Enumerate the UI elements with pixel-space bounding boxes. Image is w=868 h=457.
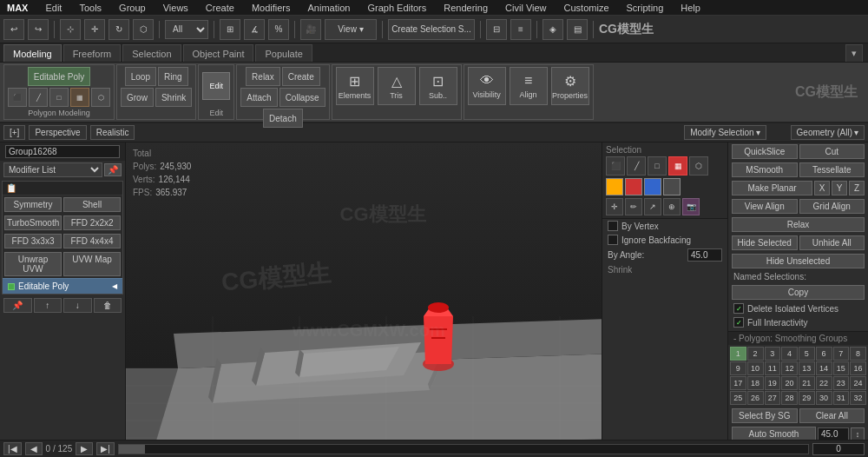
sg-17[interactable]: 17 [730, 376, 746, 390]
elements-btn[interactable]: ⊞Elements [336, 67, 374, 105]
make-planar-btn[interactable]: Make Planar [732, 181, 812, 195]
detach-btn[interactable]: Detach [263, 109, 303, 128]
attach-btn[interactable]: Attach [240, 88, 277, 107]
hide-selected-btn[interactable]: Hide Selected [732, 235, 798, 250]
select-button[interactable]: ⊹ [60, 19, 81, 40]
border-select-btn[interactable]: □ [648, 156, 667, 176]
x-btn[interactable]: X [814, 181, 830, 195]
sg-6[interactable]: 6 [816, 347, 832, 361]
sub-btn[interactable]: ⊡Sub.. [419, 67, 457, 105]
tab-freeform[interactable]: Freeform [63, 44, 122, 62]
menu-item-rendering[interactable]: Rendering [440, 3, 491, 13]
shell-btn[interactable]: Shell [63, 197, 121, 212]
cut-btn[interactable]: Cut [799, 144, 865, 159]
ffd2-btn[interactable]: FFD 2x2x2 [63, 215, 121, 230]
relax-right-btn[interactable]: Relax [732, 217, 865, 232]
sg-4[interactable]: 4 [781, 347, 798, 361]
auto-smooth-btn[interactable]: Auto Smooth [732, 427, 816, 440]
sg-15[interactable]: 15 [833, 361, 850, 375]
sg-31[interactable]: 31 [833, 391, 850, 405]
material-button[interactable]: ◈ [542, 19, 563, 40]
select-by-sg-btn[interactable]: Select By SG [732, 408, 798, 423]
stack-pin-btn[interactable]: 📌 [3, 298, 32, 313]
sg-27[interactable]: 27 [765, 391, 781, 405]
ignore-backfacing-checkbox[interactable] [608, 235, 618, 245]
sg-12[interactable]: 12 [781, 361, 798, 375]
tessellate-btn[interactable]: Tessellate [799, 162, 865, 177]
layer-button[interactable]: ▤ [567, 19, 588, 40]
hide-unselected-btn[interactable]: Hide Unselected [732, 254, 865, 268]
play-prev-btn[interactable]: |◀ [3, 442, 22, 455]
sg-24[interactable]: 24 [850, 376, 866, 390]
menu-item-scripting[interactable]: Scripting [623, 3, 667, 13]
sg-19[interactable]: 19 [765, 376, 781, 390]
grow-btn[interactable]: Grow [121, 88, 154, 107]
create-btn[interactable]: Create [282, 67, 320, 86]
copy-btn[interactable]: Copy [732, 285, 865, 300]
menu-item-tools[interactable]: Tools [76, 3, 105, 13]
shrink-btn[interactable]: Shrink [155, 88, 192, 107]
menu-item-create[interactable]: Create [202, 3, 238, 13]
quickslice-btn[interactable]: QuickSlice [732, 144, 798, 159]
sg-9[interactable]: 9 [730, 361, 746, 375]
sg-8[interactable]: 8 [850, 347, 866, 361]
move-button[interactable]: ✛ [84, 19, 105, 40]
y-btn[interactable]: Y [832, 181, 847, 195]
delete-isolated-checkbox[interactable]: ✓ [733, 303, 744, 314]
sg-11[interactable]: 11 [765, 361, 781, 375]
sg-30[interactable]: 30 [816, 391, 832, 405]
color-swatch-gray[interactable] [663, 178, 681, 195]
align-btn[interactable]: ≡Align [510, 67, 548, 105]
subobject-prefix[interactable]: [+] [3, 125, 25, 140]
symmetry-btn[interactable]: Symmetry [4, 197, 62, 212]
sg-26[interactable]: 26 [747, 391, 764, 405]
menu-item-group[interactable]: Group [115, 3, 149, 13]
sg-23[interactable]: 23 [833, 376, 850, 390]
tab-modeling[interactable]: Modeling [3, 44, 62, 62]
color-swatch-red[interactable] [625, 178, 642, 195]
by-vertex-checkbox[interactable] [608, 221, 618, 231]
camera-button[interactable]: 🎥 [300, 19, 321, 40]
modifier-list-pin-btn[interactable]: 📌 [104, 163, 122, 176]
viewport-perspective-label[interactable]: Perspective [29, 125, 86, 140]
ffd4-btn[interactable]: FFD 4x4x4 [63, 234, 121, 248]
move-tool-btn[interactable]: ✛ [606, 198, 623, 215]
align-button[interactable]: ≡ [510, 19, 531, 40]
view-dropdown[interactable]: View ▾ [325, 19, 377, 40]
angle-snap-button[interactable]: ∡ [244, 19, 265, 40]
snap-button[interactable]: ⊞ [220, 19, 240, 40]
snap-tool-btn[interactable]: ⊕ [663, 198, 681, 215]
polygon-icon[interactable]: ▦ [70, 88, 89, 107]
sg-16[interactable]: 16 [850, 361, 866, 375]
visibility-btn[interactable]: 👁Visibility [468, 67, 506, 105]
sg-7[interactable]: 7 [833, 347, 850, 361]
sg-2[interactable]: 2 [747, 347, 764, 361]
create-selection-button[interactable]: Create Selection S... [388, 19, 475, 40]
edit-big-btn[interactable]: Edit [202, 72, 230, 100]
polygon-select-btn[interactable]: ▦ [668, 156, 687, 176]
unhide-all-btn[interactable]: Unhide All [799, 235, 865, 250]
auto-smooth-input[interactable] [818, 427, 849, 440]
msmooth-btn[interactable]: MSmooth [732, 162, 798, 177]
border-icon[interactable]: □ [49, 88, 69, 107]
timeline-track[interactable] [118, 444, 809, 454]
rotate-button[interactable]: ↻ [108, 19, 129, 40]
sg-13[interactable]: 13 [799, 361, 815, 375]
sg-25[interactable]: 25 [730, 391, 746, 405]
tab-chevron[interactable]: ▾ [845, 44, 863, 62]
full-interactivity-checkbox[interactable]: ✓ [733, 317, 744, 328]
element-select-btn[interactable]: ⬡ [689, 156, 708, 176]
z-btn[interactable]: Z [849, 181, 865, 195]
sg-10[interactable]: 10 [747, 361, 764, 375]
menu-item-edit[interactable]: Edit [42, 3, 65, 13]
vertex-select-btn[interactable]: ⬛ [606, 156, 625, 176]
tab-object-paint[interactable]: Object Paint [183, 44, 254, 62]
menu-item-civil-view[interactable]: Civil View [502, 3, 549, 13]
stack-move-up-btn[interactable]: ↑ [34, 298, 62, 313]
sg-28[interactable]: 28 [781, 391, 798, 405]
sg-18[interactable]: 18 [747, 376, 764, 390]
turbosmooth-btn[interactable]: TurboSmooth [4, 215, 62, 230]
sg-5[interactable]: 5 [799, 347, 815, 361]
grid-align-btn[interactable]: Grid Align [799, 199, 865, 214]
sg-14[interactable]: 14 [816, 361, 832, 375]
